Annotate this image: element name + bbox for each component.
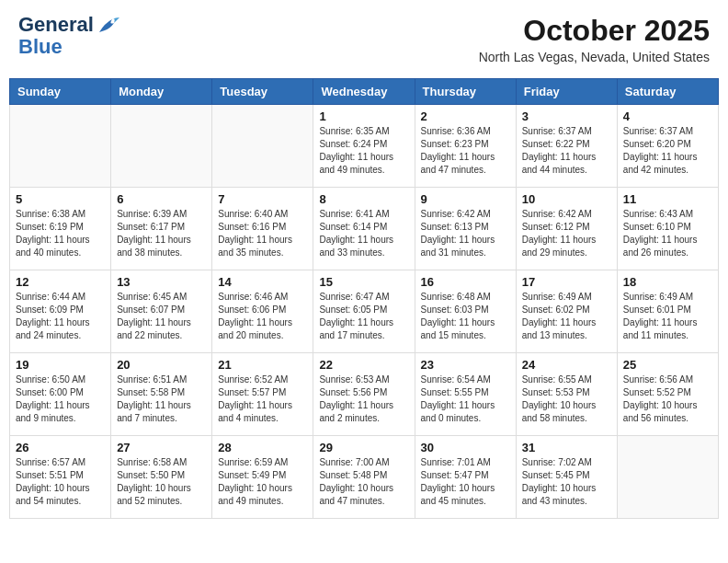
calendar-cell: 8Sunrise: 6:41 AMSunset: 6:14 PMDaylight… <box>313 188 415 270</box>
day-info: Sunrise: 6:39 AMSunset: 6:17 PMDaylight:… <box>117 208 206 259</box>
calendar-cell: 17Sunrise: 6:49 AMSunset: 6:02 PMDayligh… <box>516 270 617 353</box>
day-info: Sunrise: 6:43 AMSunset: 6:10 PMDaylight:… <box>623 208 712 259</box>
day-info: Sunrise: 6:56 AMSunset: 5:52 PMDaylight:… <box>623 373 712 425</box>
day-header-tuesday: Tuesday <box>212 79 313 105</box>
day-number: 11 <box>623 192 712 206</box>
calendar-cell: 13Sunrise: 6:45 AMSunset: 6:07 PMDayligh… <box>111 270 212 353</box>
day-info: Sunrise: 6:38 AMSunset: 6:19 PMDaylight:… <box>16 208 105 259</box>
calendar-cell: 11Sunrise: 6:43 AMSunset: 6:10 PMDayligh… <box>617 188 718 270</box>
location-title: North Las Vegas, Nevada, United States <box>479 50 710 64</box>
logo: General Blue <box>18 14 121 58</box>
day-info: Sunrise: 6:49 AMSunset: 6:01 PMDaylight:… <box>623 291 712 342</box>
calendar-cell: 20Sunrise: 6:51 AMSunset: 5:58 PMDayligh… <box>111 353 212 436</box>
calendar-cell: 28Sunrise: 6:59 AMSunset: 5:49 PMDayligh… <box>212 436 313 519</box>
day-number: 13 <box>117 275 206 289</box>
day-number: 22 <box>319 358 408 372</box>
day-info: Sunrise: 6:53 AMSunset: 5:56 PMDaylight:… <box>319 373 408 425</box>
calendar-cell: 6Sunrise: 6:39 AMSunset: 6:17 PMDaylight… <box>111 188 212 270</box>
calendar-week-row: 5Sunrise: 6:38 AMSunset: 6:19 PMDaylight… <box>10 188 719 270</box>
calendar-cell: 4Sunrise: 6:37 AMSunset: 6:20 PMDaylight… <box>617 105 718 188</box>
day-number: 14 <box>218 275 307 289</box>
calendar-cell: 22Sunrise: 6:53 AMSunset: 5:56 PMDayligh… <box>313 353 415 436</box>
day-info: Sunrise: 6:37 AMSunset: 6:22 PMDaylight:… <box>522 125 611 177</box>
calendar-cell: 5Sunrise: 6:38 AMSunset: 6:19 PMDaylight… <box>10 188 111 270</box>
day-info: Sunrise: 6:48 AMSunset: 6:03 PMDaylight:… <box>421 291 510 342</box>
day-number: 2 <box>421 109 510 123</box>
day-info: Sunrise: 6:52 AMSunset: 5:57 PMDaylight:… <box>218 373 307 425</box>
calendar-cell: 23Sunrise: 6:54 AMSunset: 5:55 PMDayligh… <box>415 353 516 436</box>
calendar-cell: 25Sunrise: 6:56 AMSunset: 5:52 PMDayligh… <box>617 353 718 436</box>
calendar-table: SundayMondayTuesdayWednesdayThursdayFrid… <box>9 78 719 519</box>
day-info: Sunrise: 6:36 AMSunset: 6:23 PMDaylight:… <box>421 125 510 177</box>
calendar-cell: 19Sunrise: 6:50 AMSunset: 6:00 PMDayligh… <box>10 353 111 436</box>
day-number: 1 <box>319 109 408 123</box>
calendar-cell: 30Sunrise: 7:01 AMSunset: 5:47 PMDayligh… <box>415 436 516 519</box>
day-info: Sunrise: 6:58 AMSunset: 5:50 PMDaylight:… <box>117 456 206 508</box>
day-number: 20 <box>117 358 206 372</box>
day-number: 12 <box>16 275 105 289</box>
day-info: Sunrise: 6:46 AMSunset: 6:06 PMDaylight:… <box>218 291 307 342</box>
day-header-saturday: Saturday <box>617 79 718 105</box>
day-number: 6 <box>117 192 206 206</box>
calendar-cell: 9Sunrise: 6:42 AMSunset: 6:13 PMDaylight… <box>415 188 516 270</box>
calendar-cell: 27Sunrise: 6:58 AMSunset: 5:50 PMDayligh… <box>111 436 212 519</box>
day-info: Sunrise: 6:59 AMSunset: 5:49 PMDaylight:… <box>218 456 307 508</box>
calendar-cell: 18Sunrise: 6:49 AMSunset: 6:01 PMDayligh… <box>617 270 718 353</box>
calendar-cell: 7Sunrise: 6:40 AMSunset: 6:16 PMDaylight… <box>212 188 313 270</box>
month-title: October 2025 <box>479 14 710 48</box>
calendar-cell: 2Sunrise: 6:36 AMSunset: 6:23 PMDaylight… <box>415 105 516 188</box>
day-number: 9 <box>421 192 510 206</box>
day-info: Sunrise: 6:47 AMSunset: 6:05 PMDaylight:… <box>319 291 408 342</box>
calendar-cell <box>212 105 313 188</box>
calendar-cell <box>617 436 718 519</box>
day-number: 8 <box>319 192 408 206</box>
day-header-monday: Monday <box>111 79 212 105</box>
calendar-cell: 21Sunrise: 6:52 AMSunset: 5:57 PMDayligh… <box>212 353 313 436</box>
day-number: 16 <box>421 275 510 289</box>
day-number: 4 <box>623 109 712 123</box>
day-header-friday: Friday <box>516 79 617 105</box>
logo-general: General <box>18 13 94 36</box>
day-number: 29 <box>319 441 408 454</box>
calendar-cell <box>10 105 111 188</box>
day-info: Sunrise: 6:42 AMSunset: 6:12 PMDaylight:… <box>522 208 611 259</box>
day-number: 18 <box>623 275 712 289</box>
day-number: 25 <box>623 358 712 372</box>
title-area: October 2025 North Las Vegas, Nevada, Un… <box>479 14 710 64</box>
logo-blue: Blue <box>18 35 63 58</box>
day-number: 15 <box>319 275 408 289</box>
day-info: Sunrise: 6:57 AMSunset: 5:51 PMDaylight:… <box>16 456 105 508</box>
day-header-thursday: Thursday <box>415 79 516 105</box>
day-header-wednesday: Wednesday <box>313 79 415 105</box>
page-header: General Blue October 2025 North Las Vega… <box>9 9 719 69</box>
day-info: Sunrise: 7:02 AMSunset: 5:45 PMDaylight:… <box>522 456 611 508</box>
calendar-cell: 15Sunrise: 6:47 AMSunset: 6:05 PMDayligh… <box>313 270 415 353</box>
calendar-cell <box>111 105 212 188</box>
day-number: 23 <box>421 358 510 372</box>
day-number: 3 <box>522 109 611 123</box>
day-number: 26 <box>16 441 105 454</box>
day-number: 7 <box>218 192 307 206</box>
calendar-cell: 29Sunrise: 7:00 AMSunset: 5:48 PMDayligh… <box>313 436 415 519</box>
calendar-week-row: 26Sunrise: 6:57 AMSunset: 5:51 PMDayligh… <box>10 436 719 519</box>
calendar-week-row: 19Sunrise: 6:50 AMSunset: 6:00 PMDayligh… <box>10 353 719 436</box>
calendar-header-row: SundayMondayTuesdayWednesdayThursdayFrid… <box>10 79 719 105</box>
day-number: 21 <box>218 358 307 372</box>
day-number: 17 <box>522 275 611 289</box>
day-number: 5 <box>16 192 105 206</box>
day-info: Sunrise: 6:37 AMSunset: 6:20 PMDaylight:… <box>623 125 712 177</box>
day-info: Sunrise: 6:54 AMSunset: 5:55 PMDaylight:… <box>421 373 510 425</box>
day-number: 24 <box>522 358 611 372</box>
calendar-week-row: 12Sunrise: 6:44 AMSunset: 6:09 PMDayligh… <box>10 270 719 353</box>
day-info: Sunrise: 6:40 AMSunset: 6:16 PMDaylight:… <box>218 208 307 259</box>
calendar-cell: 24Sunrise: 6:55 AMSunset: 5:53 PMDayligh… <box>516 353 617 436</box>
day-info: Sunrise: 7:00 AMSunset: 5:48 PMDaylight:… <box>319 456 408 508</box>
day-number: 28 <box>218 441 307 454</box>
day-info: Sunrise: 6:49 AMSunset: 6:02 PMDaylight:… <box>522 291 611 342</box>
day-number: 27 <box>117 441 206 454</box>
calendar-cell: 26Sunrise: 6:57 AMSunset: 5:51 PMDayligh… <box>10 436 111 519</box>
calendar-cell: 14Sunrise: 6:46 AMSunset: 6:06 PMDayligh… <box>212 270 313 353</box>
calendar-cell: 10Sunrise: 6:42 AMSunset: 6:12 PMDayligh… <box>516 188 617 270</box>
day-info: Sunrise: 6:35 AMSunset: 6:24 PMDaylight:… <box>319 125 408 177</box>
day-number: 30 <box>421 441 510 454</box>
